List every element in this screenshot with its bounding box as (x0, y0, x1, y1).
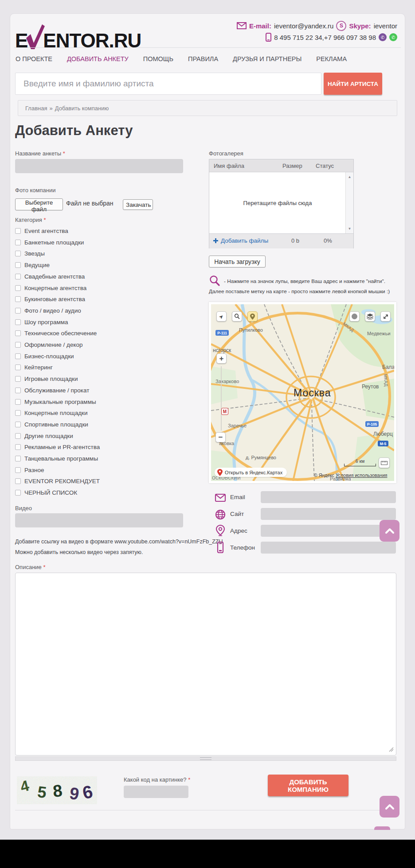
checkbox-icon[interactable] (15, 262, 21, 268)
checkbox-icon[interactable] (15, 422, 21, 427)
category-option[interactable]: Бизнес-площадки (15, 353, 74, 360)
checkbox-icon[interactable] (15, 308, 21, 314)
map-zoom-in-button[interactable]: + (216, 353, 227, 364)
contact-phone-input[interactable] (261, 542, 396, 554)
map-panorama-button[interactable] (349, 311, 360, 322)
header-divider (14, 47, 401, 48)
category-option[interactable]: Фото / видео / аудио (15, 307, 81, 314)
checkbox-icon[interactable] (15, 490, 21, 496)
category-option[interactable]: Другие площадки (15, 433, 73, 439)
category-option[interactable]: EVENTOR РЕКОМЕНДУЕТ (15, 478, 100, 484)
checkbox-icon[interactable] (15, 330, 21, 336)
checkbox-icon[interactable] (15, 240, 21, 245)
scroll-down-icon[interactable]: ▼ (346, 227, 353, 231)
checkbox-icon[interactable] (15, 410, 21, 416)
nav-help[interactable]: ПОМОЩЬ (143, 55, 173, 62)
checkbox-icon[interactable] (15, 342, 21, 348)
description-textarea[interactable] (15, 573, 396, 756)
video-input[interactable] (15, 513, 183, 527)
map-zoom-out-button[interactable]: − (215, 432, 226, 442)
map-layers-button[interactable] (365, 311, 375, 322)
file-drop-zone[interactable]: Перетащите файлы сюда (209, 172, 346, 233)
checkbox-icon[interactable] (15, 388, 21, 393)
start-upload-button[interactable]: Начать загрузку (209, 256, 266, 267)
checkbox-icon[interactable] (15, 319, 21, 325)
nav-about[interactable]: О ПРОЕКТЕ (16, 55, 52, 62)
checkbox-icon[interactable] (15, 433, 21, 439)
scroll-to-top-button-lower[interactable] (380, 796, 399, 818)
nav-partners[interactable]: ДРУЗЬЯ И ПАРТНЕРЫ (233, 55, 301, 62)
category-option[interactable]: Музыкальные программы (15, 399, 96, 405)
captcha-input[interactable] (124, 786, 188, 798)
category-option[interactable]: Банкетные площадки (15, 239, 84, 246)
category-option[interactable]: ЧЕРНЫЙ СПИСОК (15, 489, 77, 496)
upload-photo-button[interactable]: Закачать (123, 199, 153, 210)
category-option[interactable]: Спортивные площадки (15, 421, 88, 428)
map-pin-button[interactable] (247, 311, 258, 322)
checkbox-icon[interactable] (15, 228, 21, 234)
site-logo[interactable]: E ENTOR.RU (15, 23, 141, 50)
nav-rules[interactable]: ПРАВИЛА (188, 55, 218, 62)
breadcrumb-home[interactable]: Главная (25, 105, 47, 112)
category-option[interactable]: Разное (15, 467, 44, 473)
map-locate-button[interactable]: ➤ (216, 311, 227, 322)
nav-ads[interactable]: РЕКЛАМА (316, 55, 347, 62)
category-option[interactable]: Концертные площадки (15, 410, 88, 416)
scroll-to-top-button-upper[interactable] (380, 520, 399, 542)
skype-value[interactable]: ieventor (374, 22, 397, 30)
find-artist-button[interactable]: НАЙТИ АРТИСТА (324, 73, 382, 95)
profile-name-input[interactable] (15, 159, 183, 173)
scroll-up-icon[interactable]: ▲ (346, 175, 353, 179)
textarea-resize-handle[interactable] (388, 747, 394, 752)
category-option[interactable]: Шоу программа (15, 319, 68, 326)
open-in-yandex-maps-link[interactable]: Открыть в Яндекс.Картах (215, 468, 287, 477)
category-option[interactable]: Букинговые агентства (15, 296, 85, 302)
checkbox-icon[interactable] (15, 456, 21, 461)
artist-search-input[interactable] (15, 73, 321, 95)
checkbox-icon[interactable] (15, 353, 21, 359)
checkbox-icon[interactable] (15, 364, 21, 370)
map-ruler-button[interactable] (379, 457, 390, 468)
map-search-button[interactable] (232, 311, 242, 322)
contact-phone-icon (215, 542, 226, 553)
category-option[interactable]: Концертные агентства (15, 285, 86, 291)
contact-email-input[interactable] (261, 491, 396, 503)
choose-file-button[interactable]: Выберите файл (15, 198, 63, 210)
checkbox-icon[interactable] (15, 296, 21, 302)
category-option[interactable]: Свадебные агентства (15, 273, 85, 280)
checkbox-icon[interactable] (15, 376, 21, 382)
phone-numbers[interactable]: 8 495 715 22 34,+7 966 097 38 98 (274, 34, 376, 41)
category-option[interactable]: Кейтеринг (15, 364, 53, 371)
viber-icon[interactable]: ✆ (379, 33, 387, 41)
category-option[interactable]: Обслуживание / прокат (15, 387, 89, 394)
email-value[interactable]: ieventor@yandex.ru (274, 22, 333, 30)
scroll-to-top-button-partial[interactable] (374, 826, 390, 830)
checkbox-icon[interactable] (15, 399, 21, 405)
category-option[interactable]: Танцевальные программы (15, 455, 98, 462)
checkbox-icon[interactable] (15, 251, 21, 256)
yandex-map[interactable]: Путилково нсгорск Захарково Заречье аков… (211, 304, 394, 481)
checkbox-icon[interactable] (15, 467, 21, 473)
category-option[interactable]: Рекламные и PR-агентства (15, 444, 100, 450)
category-option[interactable]: Звезды (15, 250, 45, 257)
checkbox-icon[interactable] (15, 285, 21, 291)
checkbox-icon[interactable] (15, 274, 21, 279)
map-fullscreen-button[interactable] (380, 311, 391, 322)
category-option[interactable]: Event агентства (15, 228, 68, 234)
map-zoom-track[interactable] (221, 366, 222, 430)
category-option[interactable]: Игровые площадки (15, 376, 78, 382)
checkbox-icon[interactable] (15, 444, 21, 450)
category-option[interactable]: Техническое обеспечение (15, 330, 97, 337)
contact-address-input[interactable] (261, 525, 396, 537)
category-option[interactable]: Ведущие (15, 262, 50, 268)
gallery-scrollbar[interactable]: ▲ ▼ (345, 172, 353, 233)
checkbox-icon[interactable] (15, 478, 21, 484)
add-files-link[interactable]: Добавить файлы (213, 237, 268, 244)
textarea-grip-bar[interactable] (15, 756, 396, 761)
add-company-button[interactable]: ДОБАВИТЬ КОМПАНИЮ (268, 775, 348, 796)
nav-add-profile[interactable]: ДОБАВИТЬ АНКЕТУ (67, 55, 129, 62)
map-terms-link[interactable]: Условия использования (336, 473, 388, 478)
whatsapp-icon[interactable]: ✆ (389, 33, 397, 41)
category-option[interactable]: Оформление / декор (15, 341, 83, 348)
contact-website-input[interactable] (261, 508, 396, 520)
